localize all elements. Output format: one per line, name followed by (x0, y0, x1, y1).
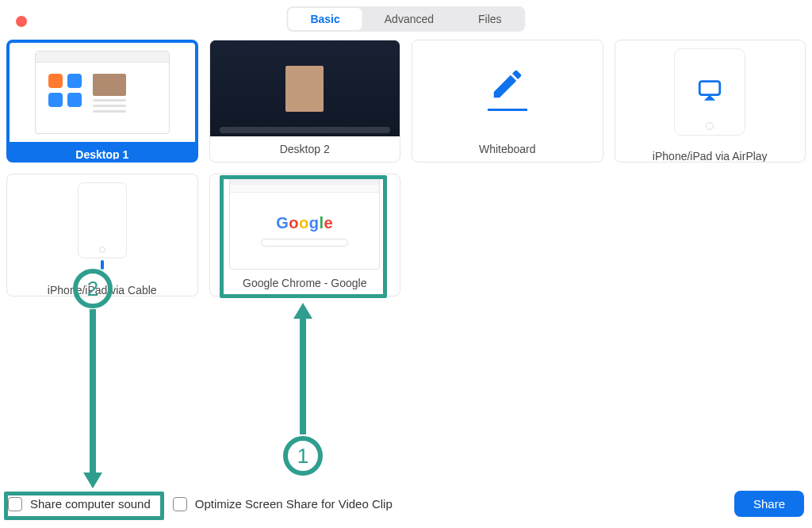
optimize-video-option[interactable]: Optimize Screen Share for Video Clip (173, 497, 393, 511)
cable-thumbnail (7, 174, 197, 277)
tab-files[interactable]: Files (456, 8, 524, 30)
checkbox-icon (173, 497, 187, 511)
share-sources-grid: Desktop 1 Desktop 2 Whiteboard (6, 40, 806, 297)
source-label: Desktop 2 (210, 136, 400, 162)
annotation-badge-1: 1 (283, 436, 323, 476)
svg-rect-0 (700, 82, 721, 95)
desktop-1-thumbnail (10, 43, 195, 142)
window-close-dot[interactable] (16, 16, 27, 27)
source-label: Desktop 1 (10, 142, 195, 163)
source-chrome-window[interactable]: Google Google Chrome - Google (209, 174, 401, 297)
source-desktop-2[interactable]: Desktop 2 (209, 40, 401, 163)
source-desktop-1[interactable]: Desktop 1 (6, 40, 198, 163)
google-logo-text: Google (276, 214, 333, 232)
checkbox-icon (8, 497, 22, 511)
share-sound-option[interactable]: Share computer sound (8, 497, 151, 511)
source-label: Whiteboard (412, 136, 603, 162)
share-sound-label: Share computer sound (30, 497, 151, 511)
source-whiteboard[interactable]: Whiteboard (412, 40, 603, 163)
annotation-arrow-1-shaft (300, 317, 306, 434)
annotation-badge-1-text: 1 (297, 444, 308, 469)
annotation-arrow-2-shaft (90, 309, 96, 474)
optimize-video-label: Optimize Screen Share for Video Clip (195, 497, 393, 511)
chrome-thumbnail: Google (210, 174, 400, 270)
annotation-arrow-1-head (293, 303, 312, 319)
pencil-icon (489, 66, 526, 105)
share-button[interactable]: Share (734, 491, 804, 517)
share-category-tabs: Basic Advanced Files (286, 6, 525, 32)
airplay-thumbnail (615, 40, 806, 143)
airplay-icon (696, 77, 723, 107)
source-iphone-cable[interactable]: iPhone/iPad via Cable (6, 174, 198, 297)
desktop-2-thumbnail (210, 40, 400, 136)
bottom-options-bar: Share computer sound Optimize Screen Sha… (8, 491, 804, 517)
tab-advanced[interactable]: Advanced (362, 8, 456, 30)
source-label: iPhone/iPad via Cable (7, 277, 197, 297)
whiteboard-thumbnail (412, 40, 603, 136)
tab-basic[interactable]: Basic (288, 8, 362, 30)
source-label: iPhone/iPad via AirPlay (615, 143, 806, 163)
source-label: Google Chrome - Google (210, 270, 400, 296)
annotation-arrow-2-head (83, 473, 102, 488)
source-iphone-airplay[interactable]: iPhone/iPad via AirPlay (615, 40, 806, 163)
